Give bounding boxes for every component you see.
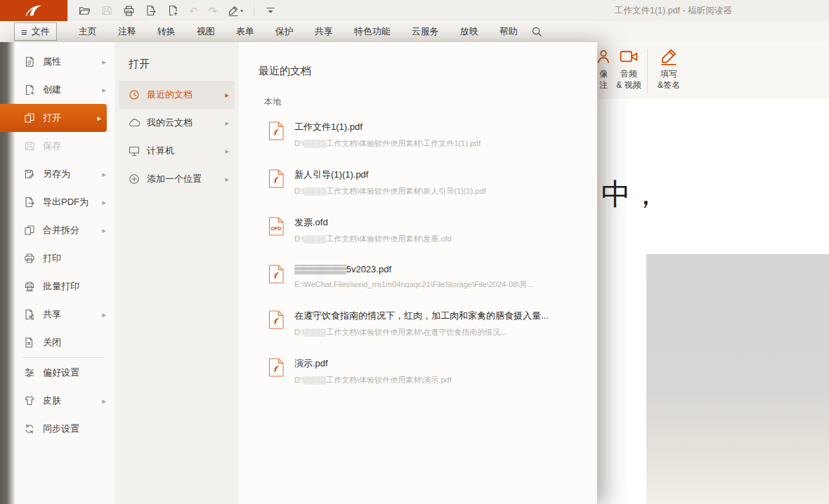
redo-icon: ↷ — [209, 6, 218, 16]
recent-file-item[interactable]: 工作文件1(1).pdf D:\▒▒▒▒工作文档\体验软件使用素材\工作文件1(… — [268, 121, 583, 149]
combine-split-icon — [24, 225, 35, 236]
ofd-file-icon — [268, 217, 284, 236]
export-document-icon — [145, 5, 157, 16]
tab-protect[interactable]: 保护 — [265, 21, 304, 42]
quick-access-toolbar: ↶ ↷ ▾ — [79, 5, 276, 17]
ribbon-audio-video-button[interactable]: 音频 & 视频 — [610, 47, 648, 91]
file-menu-sidebar: 属性 ▸ 创建 ▸ 打开 ▸ 保存 另存为 ▸ 导出PDF为 ▸ — [0, 42, 115, 504]
recent-documents-panel: 最近的文档 本地 工作文件1(1).pdf D:\▒▒▒▒工作文档\体验软件使用… — [239, 42, 597, 504]
qat-customize-button[interactable] — [265, 5, 276, 16]
print-icon — [24, 253, 35, 264]
app-logo-button[interactable] — [0, 0, 67, 21]
tab-help[interactable]: 帮助 — [489, 21, 528, 42]
sidebar-item-share[interactable]: 共享 ▸ — [0, 300, 115, 329]
pdf-file-icon — [268, 310, 284, 329]
open-item-my-cloud-documents[interactable]: 我的云文档 ▸ — [119, 109, 235, 137]
chevron-right-icon: ▸ — [102, 198, 106, 207]
recent-file-item[interactable]: 演示.pdf D:\▒▒▒▒工作文档\体验软件使用素材\演示.pdf — [268, 357, 583, 385]
open-panel-title: 打开 — [115, 42, 239, 81]
sidebar-item-export-pdf[interactable]: 导出PDF为 ▸ — [0, 188, 115, 216]
file-path: D:\▒▒▒▒工作文档\体验软件使用素材\工作文件1(1).pdf — [294, 138, 481, 149]
sidebar-item-close[interactable]: 关闭 — [0, 329, 115, 357]
ribbon-fill-sign-button[interactable]: 填写 &签名 — [650, 47, 688, 91]
sidebar-item-combine-split[interactable]: 合并拆分 ▸ — [0, 216, 115, 244]
chevron-right-icon: ▸ — [102, 226, 106, 235]
menu-bar: ≡ 文件 主页 注释 转换 视图 表单 保护 共享 特色功能 云服务 放映 帮助 — [0, 21, 829, 42]
file-menu-button[interactable]: ≡ 文件 — [14, 22, 57, 41]
ribbon-tabs: 主页 注释 转换 视图 表单 保护 共享 特色功能 云服务 放映 帮助 — [68, 21, 528, 42]
file-name: 新人引导(1)(1).pdf — [294, 168, 486, 181]
qat-create-pdf-button[interactable] — [167, 5, 178, 16]
open-item-label: 添加一个位置 — [147, 173, 202, 185]
qat-save-button — [101, 5, 112, 16]
recent-file-item[interactable]: ▒▒▒▒▒▒▒▒5v2023.pdf E:\WeChat Files\wxid_… — [268, 264, 583, 290]
customize-toolbar-icon — [265, 5, 276, 16]
ribbon-partial-label-line2: 注 — [599, 80, 608, 91]
qat-open-button[interactable] — [79, 5, 91, 17]
sidebar-item-save: 保存 — [0, 132, 115, 160]
recent-file-item[interactable]: 新人引导(1)(1).pdf D:\▒▒▒▒工作文档\体验软件使用素材\新人引导… — [268, 168, 583, 197]
file-name: 工作文件1(1).pdf — [294, 121, 481, 133]
sidebar-item-skins[interactable]: 皮肤 ▸ — [0, 387, 115, 415]
tab-convert[interactable]: 转换 — [147, 21, 186, 42]
tab-form[interactable]: 表单 — [226, 21, 265, 42]
recent-file-item[interactable]: 在遵守饮食指南的情况下，红肉，加工肉和家禽的膳食摄入量... D:\▒▒▒▒工作… — [268, 310, 583, 338]
tab-slideshow[interactable]: 放映 — [450, 21, 489, 42]
skin-icon — [24, 395, 35, 406]
sidebar-item-preferences[interactable]: 偏好设置 — [0, 359, 115, 387]
sidebar-item-save-as[interactable]: 另存为 ▸ — [0, 160, 115, 188]
pdf-file-icon — [268, 169, 284, 188]
tab-special-features[interactable]: 特色功能 — [344, 21, 401, 42]
sidebar-item-properties[interactable]: 属性 ▸ — [0, 48, 115, 76]
qat-ink-sign-button[interactable]: ▾ — [228, 5, 243, 16]
computer-icon — [129, 145, 140, 157]
tab-cloud-services[interactable]: 云服务 — [401, 21, 450, 42]
file-name: 在遵守饮食指南的情况下，红肉，加工肉和家禽的膳食摄入量... — [294, 310, 549, 322]
qat-export-pdf-button[interactable] — [145, 5, 157, 16]
file-name: 发票.ofd — [294, 216, 452, 229]
create-document-icon — [167, 5, 178, 16]
printer-icon — [123, 5, 135, 17]
undo-icon: ↶ — [189, 6, 198, 16]
sidebar-item-label: 共享 — [43, 308, 102, 321]
fill-sign-label-line1: 填写 — [660, 69, 677, 80]
open-item-computer[interactable]: 计算机 ▸ — [119, 137, 235, 165]
file-path: D:\▒▒▒▒工作文档\体验软件使用素材\演示.pdf — [294, 375, 452, 385]
tab-share[interactable]: 共享 — [304, 21, 344, 42]
pen-icon — [228, 5, 239, 16]
sidebar-item-batch-print[interactable]: 批量打印 — [0, 272, 115, 300]
sidebar-item-label: 另存为 — [43, 168, 102, 180]
recent-group-label: 本地 — [264, 96, 583, 108]
qat-print-button[interactable] — [123, 5, 135, 17]
chevron-right-icon: ▸ — [225, 91, 229, 100]
sidebar-item-print[interactable]: 打印 — [0, 244, 115, 272]
sidebar-separator — [22, 357, 105, 358]
pdf-file-icon — [268, 265, 284, 284]
sync-icon — [24, 423, 35, 435]
sidebar-item-open[interactable]: 打开 ▸ — [0, 104, 107, 132]
sidebar-item-label: 创建 — [43, 84, 102, 96]
chevron-right-icon: ▸ — [97, 114, 101, 123]
tab-view[interactable]: 视图 — [186, 21, 226, 42]
tab-comment[interactable]: 注释 — [107, 21, 147, 42]
pdf-file-icon — [268, 358, 284, 377]
sidebar-item-create[interactable]: 创建 ▸ — [0, 76, 115, 104]
sidebar-item-sync-settings[interactable]: 同步设置 — [0, 415, 115, 443]
open-item-add-a-place[interactable]: 添加一个位置 ▸ — [119, 165, 235, 193]
hamburger-icon: ≡ — [21, 27, 27, 37]
sidebar-item-label: 打印 — [43, 252, 109, 265]
foxit-logo-icon — [23, 4, 44, 18]
search-button[interactable] — [531, 26, 542, 37]
sidebar-item-label: 皮肤 — [43, 394, 102, 407]
export-pdf-icon — [24, 197, 35, 208]
recent-file-item[interactable]: 发票.ofd D:\▒▒▒▒工作文档\体验软件使用素材\发票.ofd — [268, 216, 583, 244]
video-camera-icon — [620, 47, 638, 65]
sidebar-item-label: 批量打印 — [43, 280, 109, 293]
tab-home[interactable]: 主页 — [68, 21, 107, 42]
fill-sign-label-line2: &签名 — [658, 80, 680, 91]
file-path: D:\▒▒▒▒工作文档\体验软件使用素材\在遵守饮食指南的情况... — [294, 327, 549, 338]
pencil-sign-icon — [660, 47, 678, 65]
toolbar-separator — [254, 5, 254, 16]
open-item-recent-documents[interactable]: 最近的文档 ▸ — [119, 81, 235, 109]
open-item-label: 最近的文档 — [147, 88, 192, 101]
